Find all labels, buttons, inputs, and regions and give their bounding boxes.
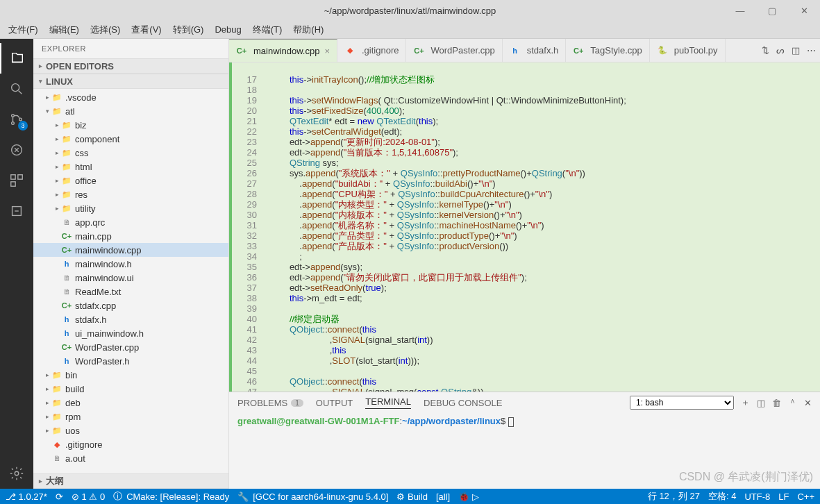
tree-item[interactable]: ▸📁deb [33, 396, 228, 410]
status-position[interactable]: 行 12，列 27 [648, 490, 700, 503]
status-encoding[interactable]: UTF-8 [744, 492, 770, 502]
status-target[interactable]: [all] [436, 492, 450, 502]
git-icon[interactable]: ᔕ [776, 45, 785, 56]
tree-item[interactable]: ▸📁component [33, 132, 228, 146]
editor-tab[interactable]: ◆.gitignore [337, 39, 406, 62]
status-cmake[interactable]: ⓘCMake: [Release]: Ready [113, 490, 229, 503]
editor-tab[interactable]: C+TagStyle.cpp [566, 39, 649, 62]
panel-tab-debug[interactable]: DEBUG CONSOLE [424, 398, 502, 408]
editor-tab[interactable]: hstdafx.h [503, 39, 567, 62]
panel-tab-problems[interactable]: PROBLEMS1 [237, 398, 303, 408]
tree-item[interactable]: ▸📁utility [33, 201, 228, 215]
tree-item[interactable]: C+stdafx.cpp [33, 299, 228, 312]
menu-item[interactable]: 编辑(E) [45, 22, 83, 37]
tree-item[interactable]: 🗎ReadMe.txt [33, 285, 228, 299]
trash-icon[interactable]: 🗑 [772, 398, 781, 408]
tree-item[interactable]: hui_mainwindow.h [33, 326, 228, 340]
menubar: 文件(F)编辑(E)选择(S)查看(V)转到(G)Debug终端(T)帮助(H) [0, 21, 820, 39]
window-title: ~/app/wordpaster/linux/atl/mainwindow.cp… [324, 6, 496, 16]
tree-item[interactable]: hmainwindow.h [33, 257, 228, 271]
tree-item[interactable]: C+mainwindow.cpp [33, 243, 228, 257]
tree-item[interactable]: ▸📁html [33, 160, 228, 174]
tree-item[interactable]: ▸📁bin [33, 368, 228, 382]
editor-tab[interactable]: 🐍pubTool.py [650, 39, 726, 62]
minimize-button[interactable]: — [724, 0, 756, 21]
menu-item[interactable]: Debug [210, 23, 245, 36]
tree-item[interactable]: ▸📁office [33, 174, 228, 187]
close-panel-icon[interactable]: ✕ [804, 398, 812, 408]
maximize-panel-icon[interactable]: ＾ [788, 396, 797, 409]
svg-point-2 [12, 122, 15, 125]
svg-point-1 [12, 115, 15, 117]
status-build[interactable]: ⚙ Build [396, 492, 428, 502]
main: 3 EXPLORER ▸OPEN EDITORS ▾LINUX ▸📁.vscod… [0, 39, 820, 489]
editor-tab[interactable]: C+WordPaster.cpp [406, 39, 502, 62]
terminal-cursor [508, 417, 514, 427]
new-terminal-icon[interactable]: ＋ [741, 396, 750, 409]
settings-icon[interactable] [0, 458, 33, 489]
panel-tab-terminal[interactable]: TERMINAL [365, 396, 411, 409]
close-icon[interactable]: × [324, 46, 330, 56]
extensions-icon[interactable] [0, 165, 33, 196]
test-icon[interactable] [0, 196, 33, 226]
compare-icon[interactable]: ⇅ [762, 45, 769, 56]
debug-icon[interactable] [0, 135, 33, 165]
tree-item[interactable]: ▸📁css [33, 146, 228, 160]
tree-item[interactable]: C+WordPaster.cpp [33, 340, 228, 354]
status-eol[interactable]: LF [778, 492, 789, 502]
tree-item[interactable]: 🗎mainwindow.ui [33, 271, 228, 285]
svg-rect-7 [11, 182, 15, 186]
line-numbers: 17 18 19 20 21 22 23 24 25 26 27 28 29 3… [232, 62, 262, 392]
explorer-icon[interactable] [0, 43, 33, 74]
menu-item[interactable]: 查看(V) [127, 22, 165, 37]
bottom-panel: PROBLEMS1 OUTPUT TERMINAL DEBUG CONSOLE … [229, 392, 820, 489]
file-tree: ▸📁.vscode▾📁atl▸📁biz▸📁component▸📁css▸📁htm… [33, 89, 228, 473]
tree-item[interactable]: ▾📁atl [33, 104, 228, 118]
status-bar: ⎇ 1.0.27* ⟳ ⊘ 1 ⚠ 0 ⓘCMake: [Release]: R… [0, 489, 820, 504]
menu-item[interactable]: 选择(S) [86, 22, 124, 37]
tree-item[interactable]: ▸📁build [33, 382, 228, 396]
tree-item[interactable]: 🗎app.qrc [33, 215, 228, 229]
activity-bar: 3 [0, 39, 33, 489]
menu-item[interactable]: 帮助(H) [289, 22, 328, 37]
svg-point-0 [12, 84, 19, 92]
tree-item[interactable]: C+main.cpp [33, 229, 228, 243]
code-editor[interactable]: 17 18 19 20 21 22 23 24 25 26 27 28 29 3… [229, 62, 820, 392]
status-spaces[interactable]: 空格: 4 [708, 490, 736, 503]
split-terminal-icon[interactable]: ◫ [757, 398, 765, 408]
status-branch[interactable]: ⎇ 1.0.27* [6, 492, 47, 502]
tree-item[interactable]: hstdafx.h [33, 312, 228, 326]
menu-item[interactable]: 文件(F) [4, 22, 42, 37]
close-button[interactable]: ✕ [788, 0, 820, 21]
tree-item[interactable]: 🗎a.out [33, 451, 228, 465]
panel-tab-output[interactable]: OUTPUT [316, 398, 353, 408]
menu-item[interactable]: 转到(G) [169, 22, 208, 37]
status-problems[interactable]: ⊘ 1 ⚠ 0 [72, 492, 105, 502]
menu-item[interactable]: 终端(T) [249, 22, 287, 37]
terminal-select[interactable]: 1: bash [630, 396, 734, 410]
open-editors-section[interactable]: ▸OPEN EDITORS [33, 58, 228, 74]
tree-item[interactable]: ▸📁rpm [33, 410, 228, 423]
search-icon[interactable] [0, 74, 33, 104]
tab-actions: ⇅ ᔕ ◫ ⋯ [758, 39, 820, 62]
tree-item[interactable]: hWordPaster.h [33, 354, 228, 368]
status-sync[interactable]: ⟳ [56, 492, 63, 502]
editor-tab[interactable]: C+mainwindow.cpp× [229, 39, 337, 62]
tree-item[interactable]: ▸📁.vscode [33, 90, 228, 104]
split-icon[interactable]: ◫ [792, 45, 800, 56]
tree-item[interactable]: ▸📁uos [33, 423, 228, 437]
workspace-root-section[interactable]: ▾LINUX [33, 74, 228, 89]
outline-section[interactable]: ▸大纲 [33, 473, 228, 489]
more-icon[interactable]: ⋯ [807, 45, 816, 56]
terminal-output[interactable]: greatwall@greatwall-GW-001M1A-FTF:~/app/… [229, 413, 820, 489]
source-control-icon[interactable]: 3 [0, 104, 33, 135]
status-language[interactable]: C++ [797, 492, 814, 502]
tree-item[interactable]: ▸📁res [33, 187, 228, 201]
tree-item[interactable]: ▸📁biz [33, 118, 228, 132]
status-kit[interactable]: 🔧[GCC for aarch64-linux-gnu 5.4.0] [237, 492, 388, 502]
code-content[interactable]: this->initTrayIcon();//增加状态栏图标 this->set… [262, 62, 820, 392]
panel-tabs: PROBLEMS1 OUTPUT TERMINAL DEBUG CONSOLE … [229, 392, 820, 413]
maximize-button[interactable]: ▢ [756, 0, 788, 21]
status-debug[interactable]: 🐞 ▷ [458, 492, 479, 502]
tree-item[interactable]: ◆.gitignore [33, 437, 228, 451]
